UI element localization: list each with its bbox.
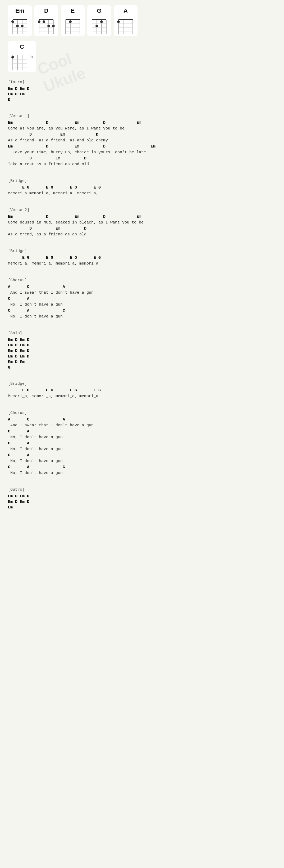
chord-box-em: Em [8,5,32,36]
line-0-0: Em D Em D [8,86,276,92]
line-5-3: No, I don't have a gun [8,302,276,308]
line-0-2: D [8,97,276,103]
blank-6 [8,370,276,374]
line-3-1: Come doused in mud, soaked in bleach, as… [8,219,276,226]
svg-point-20 [43,21,45,23]
svg-point-19 [38,21,40,23]
chord-diagram-e [64,16,82,34]
blank-0 [8,103,276,106]
section-tag-4: [Bridge] [8,249,276,253]
svg-point-41 [96,25,98,27]
chord-name-c: C [10,43,33,50]
section-tag-2: [Bridge] [8,179,276,183]
line-5-2: C A [8,296,276,302]
line-8-3: No, I don't have a gun [8,434,276,441]
section-3: [Verse 2]Em D Em D EmCome doused in mud,… [8,208,276,242]
line-6-5: G [8,365,276,370]
line-8-6: C A [8,453,276,458]
svg-point-31 [69,21,72,23]
line-8-7: No, I don't have a gun [8,458,276,464]
svg-point-40 [100,21,103,23]
line-4-1: Memori_a, memori_a, memori_a, memori_a [8,260,276,267]
line-3-2: D Em D [8,226,276,231]
section-tag-6: [Solo] [8,331,276,336]
chord-diagram-a [116,16,135,34]
svg-point-21 [47,25,50,27]
section-6: [Solo]Em D Em DEm D Em DEm D Em DEm D Em… [8,331,276,374]
line-6-2: Em D Em D [8,348,276,354]
line-9-1: Em D Em D [8,499,276,505]
line-1-5: Take your time, hurry up, choice is your… [8,149,276,156]
section-tag-9: [Outro] [8,488,276,492]
section-4: [Bridge] E G E G E G E GMemori_a, memori… [8,249,276,271]
line-8-8: C A C [8,464,276,470]
chord-diagram-em [10,16,29,34]
line-3-0: Em D Em D Em [8,214,276,219]
chord-name-e: E [64,7,82,14]
blank-1 [8,167,276,171]
chord-box-a: A [114,5,138,36]
chord-name-em: Em [10,7,29,14]
section-tag-5: [Chorus] [8,278,276,282]
chord-diagrams-section: Em D [8,5,276,36]
chord-box-c: C 3fr [8,41,36,72]
chord-diagram-g [90,16,108,34]
chord-diagram-c [10,51,29,70]
svg-point-8 [11,21,14,23]
svg-point-10 [21,25,24,27]
svg-rect-23 [66,19,80,20]
line-8-1: And I swear that I don't have a gun [8,422,276,429]
line-1-0: Em D Em D Em [8,120,276,125]
svg-rect-32 [92,19,106,20]
blank-9 [8,510,276,514]
section-2: [Bridge] E G E G E G E GMemori_a memori_… [8,179,276,200]
line-8-5: No, I don't have a gun [8,446,276,453]
line-5-0: A C A [8,284,276,290]
section-9: [Outro]Em D Em DEm D Em DEm [8,488,276,514]
line-5-4: C A C [8,308,276,313]
line-9-0: Em D Em D [8,494,276,499]
blank-2 [8,197,276,200]
svg-rect-42 [118,19,133,20]
section-tag-8: [Chorus] [8,411,276,415]
blank-4 [8,267,276,271]
line-0-1: Em D Em [8,92,276,97]
chord-name-g: G [90,7,108,14]
svg-rect-11 [39,19,54,20]
line-3-3: As a trend, as a friend as an old [8,231,276,238]
line-8-9: No, I don't have a gun [8,470,276,476]
line-6-3: Em D Em D [8,354,276,359]
blank-8 [8,476,276,480]
blank-3 [8,238,276,242]
line-5-1: And I swear that I don't have a gun [8,290,276,296]
line-4-0: E G E G E G E G [8,255,276,260]
section-8: [Chorus]A C A And I swear that I don't h… [8,411,276,480]
chord-name-d: D [37,7,56,14]
section-tag-3: [Verse 2] [8,208,276,212]
section-tag-1: [Verse 1] [8,114,276,118]
svg-point-9 [16,25,19,27]
chord-box-e: E [61,5,84,36]
section-tag-0: [Intro] [8,80,276,85]
line-6-0: Em D Em D [8,337,276,343]
chord-diagram-d [37,16,56,34]
line-2-0: E G E G E G E G [8,185,276,190]
line-1-7: Take a rest as a friend as and old [8,161,276,167]
section-0: [Intro]Em D Em DEm D EmD [8,80,276,106]
section-5: [Chorus]A C A And I swear that I don't h… [8,278,276,323]
line-1-4: Em D Em D Em [8,144,276,149]
svg-point-50 [117,21,120,23]
line-7-0: E G E G E G E G [8,388,276,393]
chord-box-g: G [87,5,111,36]
line-5-5: No, I don't have a gun [8,313,276,320]
song-content: [Intro]Em D Em DEm D EmD[Verse 1]Em D Em… [8,80,276,514]
c-fret-label: 3fr [30,55,33,59]
svg-point-59 [11,56,14,59]
chord-box-c-container: C 3fr [8,41,276,72]
chord-box-d: D [34,5,58,36]
line-2-1: Memori_a memori_a, memori_a, memori_a, [8,190,276,197]
line-6-1: Em D Em D [8,343,276,348]
line-1-3: As a friend, as a friend, as and old ene… [8,137,276,144]
chord-name-a: A [116,7,135,14]
line-8-2: C A [8,429,276,434]
